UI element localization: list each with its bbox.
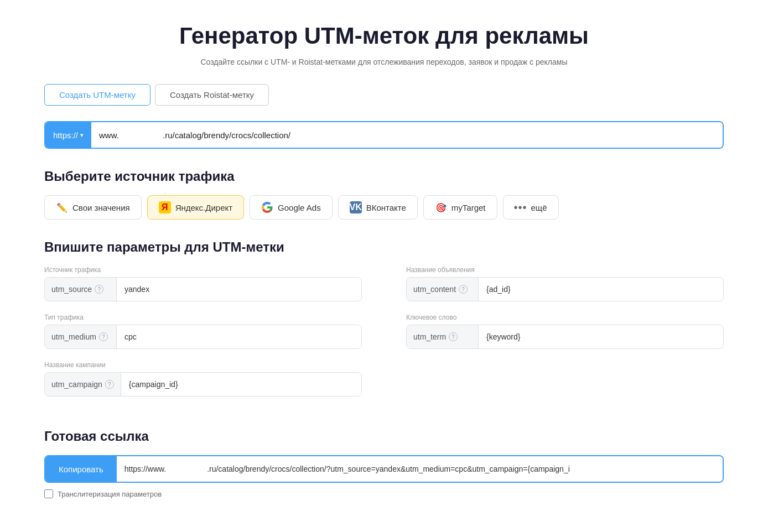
utm-params-section: Впишите параметры для UTM-метки Источник…: [44, 239, 724, 409]
transliterate-label: Транслитеризация параметров: [58, 490, 162, 498]
source-buttons-row: ✏️ Свои значения Я Яндекс.Директ Google …: [44, 195, 724, 220]
result-url-row: Копировать: [44, 455, 724, 483]
param-key-content-text: utm_content: [413, 285, 456, 294]
page-title: Генератор UTM-меток для рекламы: [44, 22, 724, 50]
pencil-icon: ✏️: [56, 201, 68, 213]
param-key-term: utm_term ?: [407, 325, 479, 348]
param-label-source: Источник трафика: [44, 266, 362, 274]
google-icon: [261, 201, 273, 213]
param-key-medium-text: utm_medium: [51, 332, 96, 341]
params-grid: Источник трафика utm_source ? Тип трафик…: [44, 266, 724, 409]
dots-icon: •••: [515, 201, 527, 213]
vk-icon: VK: [350, 201, 362, 213]
tab-utm[interactable]: Создать UTM-метку: [44, 84, 151, 106]
copy-button[interactable]: Копировать: [45, 456, 117, 482]
protocol-selector[interactable]: https:// ▾: [45, 122, 91, 148]
source-label-more: ещё: [531, 203, 547, 212]
url-input-row: https:// ▾: [44, 121, 724, 149]
params-right-col: Название объявления utm_content ? Ключев…: [406, 266, 724, 409]
param-group-term: Ключевое слово utm_term ?: [406, 314, 724, 349]
param-row-medium: utm_medium ?: [44, 325, 362, 349]
source-label-google: Google Ads: [278, 203, 321, 212]
transliterate-row: Транслитеризация параметров: [44, 489, 724, 498]
param-group-source: Источник трафика utm_source ?: [44, 266, 362, 301]
param-label-medium: Тип трафика: [44, 314, 362, 321]
tabs-row: Создать UTM-метку Создать Roistat-метку: [44, 84, 724, 106]
param-value-campaign[interactable]: [121, 373, 361, 396]
help-icon-medium[interactable]: ?: [99, 332, 108, 341]
source-btn-yandex[interactable]: Я Яндекс.Директ: [147, 195, 244, 220]
source-btn-custom[interactable]: ✏️ Свои значения: [44, 195, 142, 220]
result-title: Готовая ссылка: [44, 429, 724, 444]
param-value-medium[interactable]: [117, 325, 361, 348]
param-row-content: utm_content ?: [406, 277, 724, 301]
source-label-custom: Свои значения: [72, 203, 130, 212]
param-group-campaign: Название кампании utm_campaign ?: [44, 361, 362, 397]
result-section: Готовая ссылка Копировать Транслитеризац…: [44, 429, 724, 498]
param-group-medium: Тип трафика utm_medium ?: [44, 314, 362, 349]
param-row-campaign: utm_campaign ?: [44, 372, 362, 397]
source-btn-mytarget[interactable]: 🎯 myTarget: [423, 195, 497, 220]
result-url-input[interactable]: [117, 456, 723, 482]
mytarget-icon: 🎯: [435, 201, 447, 213]
help-icon-content[interactable]: ?: [459, 285, 468, 294]
param-key-source-text: utm_source: [51, 285, 92, 294]
param-value-content[interactable]: [479, 278, 723, 301]
source-btn-more[interactable]: ••• ещё: [503, 195, 559, 220]
traffic-source-title: Выберите источник трафика: [44, 169, 724, 184]
param-label-term: Ключевое слово: [406, 314, 724, 321]
yandex-icon: Я: [159, 201, 171, 213]
help-icon-source[interactable]: ?: [95, 285, 103, 294]
param-label-content: Название объявления: [406, 266, 724, 274]
param-row-term: utm_term ?: [406, 325, 724, 349]
utm-params-title: Впишите параметры для UTM-метки: [44, 239, 724, 255]
protocol-text: https://: [53, 131, 78, 140]
source-btn-google[interactable]: Google Ads: [250, 195, 333, 220]
param-value-term[interactable]: [479, 325, 723, 348]
protocol-chevron: ▾: [80, 132, 84, 139]
param-key-source: utm_source ?: [45, 278, 117, 301]
source-label-yandex: Яндекс.Директ: [175, 203, 232, 212]
param-key-campaign: utm_campaign ?: [45, 373, 121, 396]
source-label-mytarget: myTarget: [452, 203, 486, 212]
url-input[interactable]: [91, 122, 723, 148]
help-icon-term[interactable]: ?: [449, 332, 458, 341]
tab-roistat[interactable]: Создать Roistat-метку: [155, 84, 269, 106]
param-key-campaign-text: utm_campaign: [51, 380, 102, 389]
params-left-col: Источник трафика utm_source ? Тип трафик…: [44, 266, 362, 409]
param-value-source[interactable]: [117, 278, 361, 301]
param-key-medium: utm_medium ?: [45, 325, 117, 348]
param-group-content: Название объявления utm_content ?: [406, 266, 724, 301]
source-label-vk: ВКонтакте: [366, 203, 406, 212]
param-key-content: utm_content ?: [407, 278, 479, 301]
traffic-source-section: Выберите источник трафика ✏️ Свои значен…: [44, 169, 724, 220]
param-key-term-text: utm_term: [413, 332, 446, 341]
page-subtitle: Создайте ссылки с UTM- и Roistat-метками…: [44, 58, 724, 66]
param-label-campaign: Название кампании: [44, 361, 362, 369]
help-icon-campaign[interactable]: ?: [105, 380, 114, 389]
transliterate-checkbox[interactable]: [44, 489, 53, 498]
source-btn-vk[interactable]: VK ВКонтакте: [338, 195, 418, 220]
param-row-source: utm_source ?: [44, 277, 362, 301]
